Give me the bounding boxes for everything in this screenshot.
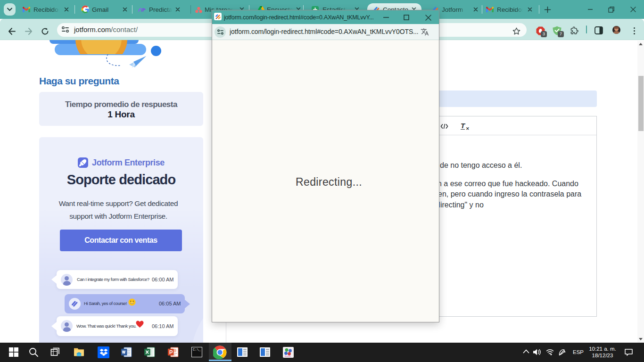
svg-text:Bastelle: Bastelle <box>285 355 291 357</box>
